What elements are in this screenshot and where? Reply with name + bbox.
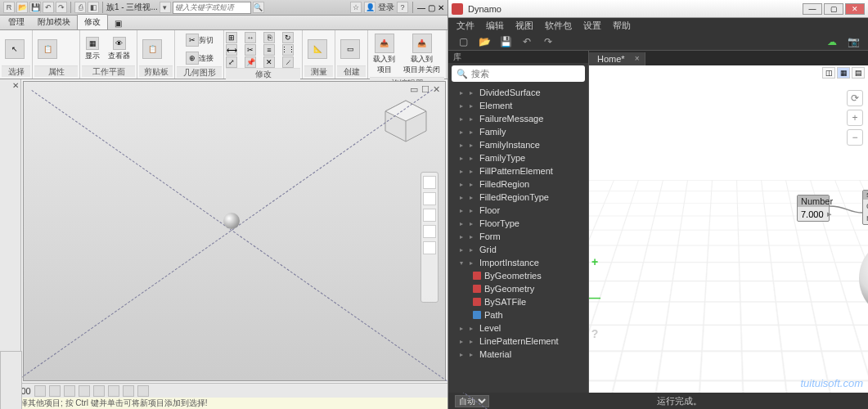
export-icon[interactable]: ☁ xyxy=(825,35,839,48)
menu-help[interactable]: 帮助 xyxy=(613,20,631,32)
tree-item[interactable]: ▸▸Form xyxy=(448,230,588,243)
menu-settings[interactable]: 设置 xyxy=(583,20,601,32)
status-icon[interactable] xyxy=(137,385,149,397)
join-button[interactable]: ⊕连接 xyxy=(182,50,217,66)
menu-edit[interactable]: 编辑 xyxy=(486,20,504,32)
close-icon[interactable]: ✕ xyxy=(12,81,19,90)
redo-icon[interactable]: ↷ xyxy=(56,2,67,13)
scale-icon[interactable]: ⤢ xyxy=(226,56,237,68)
tree-item[interactable]: ▸▸Element xyxy=(448,99,588,112)
tree-item[interactable]: ▸▸Level xyxy=(448,321,588,335)
dynamo-canvas[interactable]: ◫ ▦ ▤ ⟳ + − Number 7.000▸ Sphere.ByCent xyxy=(589,65,868,393)
tree-item[interactable]: ▸▸FilledRegion xyxy=(448,178,588,191)
open-icon[interactable]: 📂 xyxy=(478,35,491,48)
view-dropdown[interactable]: 族1 - 三维视... xyxy=(106,2,158,13)
minimize-button[interactable]: — xyxy=(803,3,822,15)
tree-subitem[interactable]: ByGeometries xyxy=(448,269,588,282)
array-icon[interactable]: ⋮⋮ xyxy=(282,44,294,56)
expand-icon[interactable]: ▸ xyxy=(460,128,466,136)
close-button[interactable]: ✕ xyxy=(845,3,865,15)
expand-icon[interactable]: ▸ xyxy=(460,89,466,97)
search-input[interactable] xyxy=(173,2,251,14)
undo-icon[interactable]: ↶ xyxy=(43,2,54,13)
expand-icon[interactable]: ▸ xyxy=(460,102,466,110)
subtract-icon[interactable]: — xyxy=(589,291,600,303)
tree-item[interactable]: ▸▸Family xyxy=(448,125,588,138)
close-icon[interactable]: ✕ xyxy=(438,3,444,12)
viewcube[interactable] xyxy=(381,97,430,146)
tree-item[interactable]: ▸▸FilledRegionType xyxy=(448,191,588,204)
status-icon[interactable] xyxy=(93,385,105,397)
zoom-out-icon[interactable]: − xyxy=(847,129,863,146)
tree-item[interactable]: ▸▸FamilyType xyxy=(448,151,588,164)
library-search[interactable]: 🔍 xyxy=(452,65,585,82)
paste-button[interactable]: 📋 xyxy=(139,38,165,61)
number-value[interactable]: 7.000 xyxy=(801,209,824,219)
move-icon[interactable]: ↔ xyxy=(245,32,256,43)
tab-manage[interactable]: 管理 xyxy=(2,15,31,29)
expand-icon[interactable]: ▸ xyxy=(460,142,466,149)
login-link[interactable]: 登录 xyxy=(378,2,394,13)
tree-item[interactable]: ▸▸FailureMessage xyxy=(448,112,588,125)
revit-3d-viewport[interactable]: ▭ ☐ ✕ xyxy=(23,81,446,381)
undo-icon[interactable]: ↶ xyxy=(520,35,533,48)
zoom-in-icon[interactable]: + xyxy=(847,110,863,126)
status-icon[interactable] xyxy=(64,385,75,397)
status-icon[interactable] xyxy=(79,385,90,397)
show-button[interactable]: ▦显示 xyxy=(82,35,103,63)
tree-item[interactable]: ▸▸DividedSurface xyxy=(448,86,588,99)
minimize-icon[interactable]: — xyxy=(417,3,425,12)
run-mode-select[interactable]: 自动 xyxy=(455,395,489,407)
status-icon[interactable] xyxy=(34,385,46,397)
node-sphere[interactable]: Sphere.ByCenterPointRadius centerPointSp… xyxy=(862,190,868,225)
tree-item[interactable]: ▸▸FillPatternElement xyxy=(448,164,588,178)
tree-item[interactable]: ▸▸Floor xyxy=(448,204,588,217)
split-icon[interactable]: ⟋ xyxy=(282,56,294,68)
expand-icon[interactable]: ▸ xyxy=(460,325,466,332)
offset-icon[interactable]: ≡ xyxy=(263,44,275,56)
expand-icon[interactable]: ▸ xyxy=(460,351,466,358)
search-input[interactable] xyxy=(471,69,584,79)
tree-subitem[interactable]: BySATFile xyxy=(448,295,588,308)
tab-extra-icon[interactable]: ▣ xyxy=(108,17,128,29)
port-out-icon[interactable]: ▸ xyxy=(827,209,832,219)
nav-pan-icon[interactable] xyxy=(423,192,436,205)
tree-item[interactable]: ▸▸FloorType xyxy=(448,217,588,230)
nav-zoom-icon[interactable] xyxy=(423,209,436,222)
align-icon[interactable]: ⊞ xyxy=(226,32,237,43)
load-close-button[interactable]: 📥载入到 项目并关闭 xyxy=(400,32,443,77)
user-icon[interactable]: 👤 xyxy=(364,2,376,13)
viewer-button[interactable]: 👁查看器 xyxy=(105,35,133,63)
expand-icon[interactable]: ▸ xyxy=(460,246,466,254)
help-icon[interactable]: ? xyxy=(589,327,600,339)
measure-button[interactable]: 📐 xyxy=(304,38,331,61)
view-icon[interactable]: ◫ xyxy=(822,67,835,79)
dropdown-icon[interactable]: ▾ xyxy=(160,2,171,13)
tree-subitem[interactable]: ByGeometry xyxy=(448,282,588,295)
open-icon[interactable]: 📂 xyxy=(16,2,28,13)
search-icon[interactable]: 🔍 xyxy=(253,2,264,13)
delete-icon[interactable]: ✕ xyxy=(263,56,275,68)
copy-icon[interactable]: ⎘ xyxy=(263,32,275,43)
expand-icon[interactable]: ▸ xyxy=(460,115,466,123)
nav-wheel-icon[interactable] xyxy=(423,176,436,189)
tab-modify[interactable]: 修改 xyxy=(77,14,108,29)
project-browser-collapsed[interactable]: ✕ xyxy=(0,79,21,383)
create-button[interactable]: ▭ xyxy=(337,38,363,61)
app-menu-icon[interactable]: R xyxy=(3,2,15,13)
status-icon[interactable] xyxy=(123,385,134,397)
expand-icon[interactable]: ▸ xyxy=(460,168,466,175)
node-number[interactable]: Number 7.000▸ xyxy=(797,195,830,222)
tab-addins[interactable]: 附加模块 xyxy=(31,15,77,29)
cut-button[interactable]: ✂剪切 xyxy=(182,32,217,48)
view-ctrl-icon[interactable]: ✕ xyxy=(433,84,440,95)
nav-look-icon[interactable] xyxy=(423,241,436,254)
modify-button[interactable]: ↖ xyxy=(2,38,28,61)
mirror-icon[interactable]: ⟷ xyxy=(226,44,237,56)
redo-icon[interactable]: ↷ xyxy=(542,35,555,48)
tab-home[interactable]: Home*× xyxy=(589,52,645,65)
view-icon[interactable]: ▤ xyxy=(852,67,865,79)
menu-view[interactable]: 视图 xyxy=(515,20,533,32)
maximize-icon[interactable]: ▢ xyxy=(428,3,435,12)
expand-icon[interactable]: ▸ xyxy=(460,194,466,201)
